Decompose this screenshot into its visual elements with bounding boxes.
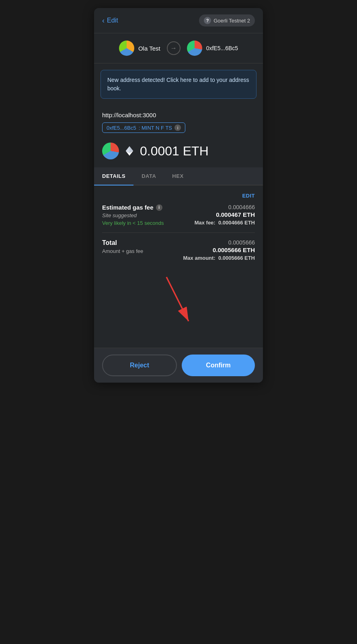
alert-banner[interactable]: New address detected! Click here to add … (101, 70, 256, 99)
network-label: Goerli Testnet 2 (213, 18, 250, 24)
account-row: Ola Test → 0xfE5...6Bc5 (94, 33, 263, 63)
back-label: Edit (107, 17, 118, 24)
back-button[interactable]: ‹ Edit (102, 16, 118, 25)
total-label: Total (102, 239, 143, 247)
from-avatar (119, 41, 134, 56)
total-max-value: 0.0005666 ETH (218, 255, 255, 261)
token-avatar (102, 143, 119, 159)
from-account: Ola Test (119, 41, 160, 56)
footer-buttons: Reject Confirm (94, 348, 263, 383)
to-address: 0xfE5...6Bc5 (206, 45, 238, 51)
tabs-bar: DETAILS DATA HEX (94, 167, 263, 185)
total-primary: 0.0005666 ETH (183, 247, 255, 253)
gas-fee-max-label: Max fee: (195, 220, 215, 226)
contract-badge[interactable]: 0xfE5...6Bc5 : MINT N F TS i (102, 122, 185, 133)
transfer-arrow-icon: → (167, 41, 181, 55)
contract-label: : MINT N F TS (139, 125, 172, 131)
gas-fee-max-value: 0.0004666 ETH (218, 220, 255, 226)
to-account: 0xfE5...6Bc5 (187, 41, 238, 56)
annotation-arrow-icon (154, 269, 203, 333)
divider (102, 232, 255, 233)
alert-message: New address detected! Click here to add … (107, 77, 249, 92)
help-icon: ? (204, 17, 211, 24)
gas-fee-secondary: 0.0004666 (195, 204, 255, 210)
origin-url: http://localhost:3000 (102, 112, 255, 118)
eth-diamond-icon (124, 145, 135, 157)
total-max-label: Max amount: (183, 255, 215, 261)
gas-fee-right: 0.0004666 0.000467 ETH Max fee: 0.000466… (195, 204, 255, 226)
gas-fee-sublabel: Site suggested (102, 212, 195, 218)
details-panel: EDIT Estimated gas fee i Site suggested … (94, 185, 263, 348)
total-row: Total Amount + gas fee 0.0005666 0.00056… (102, 239, 255, 261)
total-left: Total Amount + gas fee (102, 239, 143, 254)
from-account-name: Ola Test (138, 45, 160, 52)
amount-value: 0.0001 ETH (140, 144, 209, 159)
arrow-annotation (102, 261, 255, 341)
gas-fee-max: Max fee: 0.0004666 ETH (195, 220, 255, 226)
origin-section: http://localhost:3000 0xfE5...6Bc5 : MIN… (94, 105, 263, 136)
confirm-button[interactable]: Confirm (182, 355, 255, 376)
amount-section: 0.0001 ETH (94, 136, 263, 167)
back-arrow-icon: ‹ (102, 16, 105, 25)
contract-address: 0xfE5...6Bc5 (107, 125, 136, 131)
svg-line-5 (166, 277, 189, 321)
gas-fee-info-icon[interactable]: i (156, 204, 162, 211)
total-max: Max amount: 0.0005666 ETH (183, 255, 255, 261)
total-secondary: 0.0005666 (183, 239, 255, 246)
gas-fee-left: Estimated gas fee i Site suggested Very … (102, 204, 195, 226)
tab-details[interactable]: DETAILS (94, 167, 133, 185)
to-avatar (187, 41, 202, 56)
svg-marker-2 (129, 146, 133, 153)
edit-link-container: EDIT (102, 192, 255, 199)
gas-fee-status: Very likely in < 15 seconds (102, 220, 195, 226)
gas-fee-primary: 0.000467 ETH (195, 211, 255, 218)
edit-button[interactable]: EDIT (242, 193, 255, 199)
total-right: 0.0005666 0.0005666 ETH Max amount: 0.00… (183, 239, 255, 261)
gas-fee-row: Estimated gas fee i Site suggested Very … (102, 204, 255, 226)
total-sublabel: Amount + gas fee (102, 248, 143, 254)
reject-button[interactable]: Reject (102, 355, 177, 376)
tab-hex[interactable]: HEX (164, 167, 191, 185)
network-badge[interactable]: ? Goerli Testnet 2 (199, 14, 255, 26)
gas-fee-label: Estimated gas fee i (102, 204, 195, 211)
contract-info-icon: i (174, 124, 181, 131)
svg-marker-3 (126, 146, 129, 153)
wallet-modal: ‹ Edit ? Goerli Testnet 2 Ola Test → 0xf… (94, 8, 263, 383)
header: ‹ Edit ? Goerli Testnet 2 (94, 8, 263, 33)
tab-data[interactable]: DATA (133, 167, 164, 185)
